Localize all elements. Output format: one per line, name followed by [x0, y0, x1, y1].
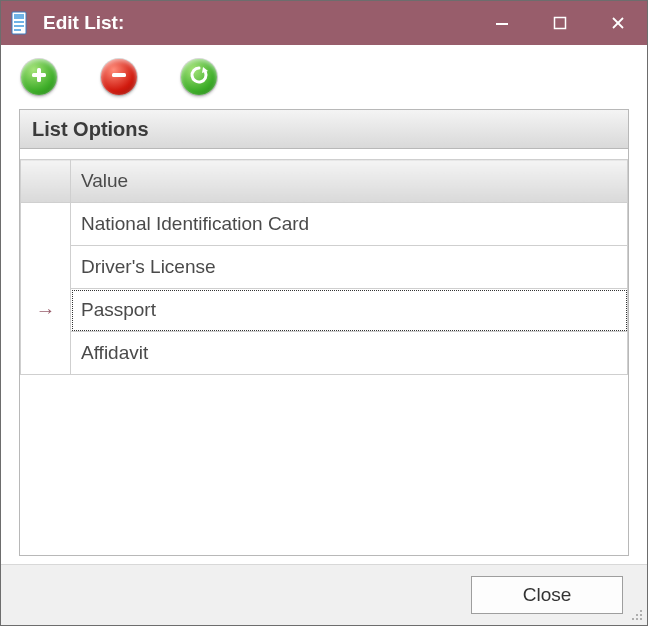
titlebar: Edit List:	[1, 1, 647, 45]
table-row[interactable]: Affidavit	[21, 332, 628, 375]
row-value[interactable]: Driver's License	[71, 246, 628, 289]
remove-button[interactable]	[101, 59, 137, 95]
row-value[interactable]: Affidavit	[71, 332, 628, 375]
toolbar	[1, 45, 647, 109]
column-header-indicator[interactable]	[21, 160, 71, 203]
list-document-icon	[11, 11, 31, 35]
svg-point-13	[640, 610, 642, 612]
refresh-button[interactable]	[181, 59, 217, 95]
svg-rect-10	[32, 73, 46, 77]
minimize-button[interactable]	[473, 1, 531, 45]
minus-icon	[110, 66, 128, 89]
column-header-value[interactable]: Value	[71, 160, 628, 203]
svg-rect-5	[496, 23, 508, 25]
svg-rect-2	[14, 21, 24, 23]
table-row[interactable]: National Identification Card	[21, 203, 628, 246]
close-window-button[interactable]	[589, 1, 647, 45]
row-indicator	[21, 246, 71, 289]
table-row[interactable]: Driver's License	[21, 246, 628, 289]
row-indicator	[21, 332, 71, 375]
row-value[interactable]: National Identification Card	[71, 203, 628, 246]
resize-grip-icon[interactable]	[629, 607, 643, 621]
row-indicator	[21, 203, 71, 246]
panel-title: List Options	[20, 110, 628, 149]
svg-point-17	[636, 618, 638, 620]
row-indicator: →	[21, 289, 71, 332]
dialog-footer: Close	[1, 564, 647, 625]
svg-point-16	[632, 618, 634, 620]
svg-rect-1	[14, 14, 24, 19]
list-options-panel: List Options Value National Identificati…	[19, 109, 629, 556]
close-button[interactable]: Close	[471, 576, 623, 614]
main-area: List Options Value National Identificati…	[1, 109, 647, 564]
svg-point-18	[640, 618, 642, 620]
add-button[interactable]	[21, 59, 57, 95]
svg-rect-6	[555, 18, 566, 29]
refresh-icon	[189, 65, 209, 90]
maximize-button[interactable]	[531, 1, 589, 45]
window-title: Edit List:	[43, 12, 124, 34]
svg-rect-3	[14, 25, 24, 27]
row-value[interactable]: Passport	[71, 289, 628, 332]
svg-point-14	[636, 614, 638, 616]
svg-rect-4	[14, 29, 21, 31]
grid: Value National Identification CardDriver…	[20, 149, 628, 555]
table-row[interactable]: →Passport	[21, 289, 628, 332]
svg-point-15	[640, 614, 642, 616]
svg-rect-11	[112, 73, 126, 77]
plus-icon	[30, 66, 48, 89]
